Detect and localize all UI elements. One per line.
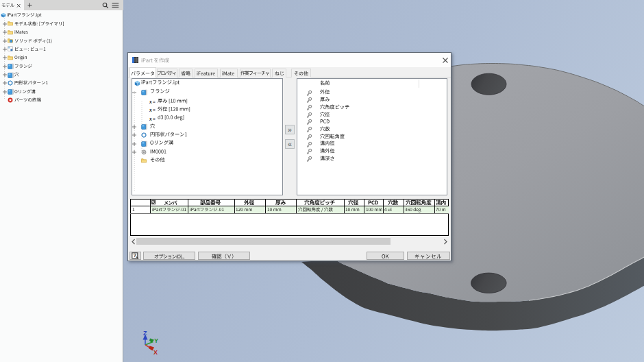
svg-text:=: = (153, 99, 156, 104)
svg-text:?: ? (134, 252, 137, 258)
svg-text:X: X (153, 349, 158, 356)
svg-text:Y: Y (154, 337, 158, 344)
svg-text:x: x (149, 107, 152, 112)
svg-text:=: = (153, 117, 156, 121)
svg-text:x: x (149, 99, 152, 104)
svg-text:=: = (153, 108, 156, 112)
svg-text:x: x (149, 116, 152, 121)
svg-text:Z: Z (143, 330, 147, 337)
